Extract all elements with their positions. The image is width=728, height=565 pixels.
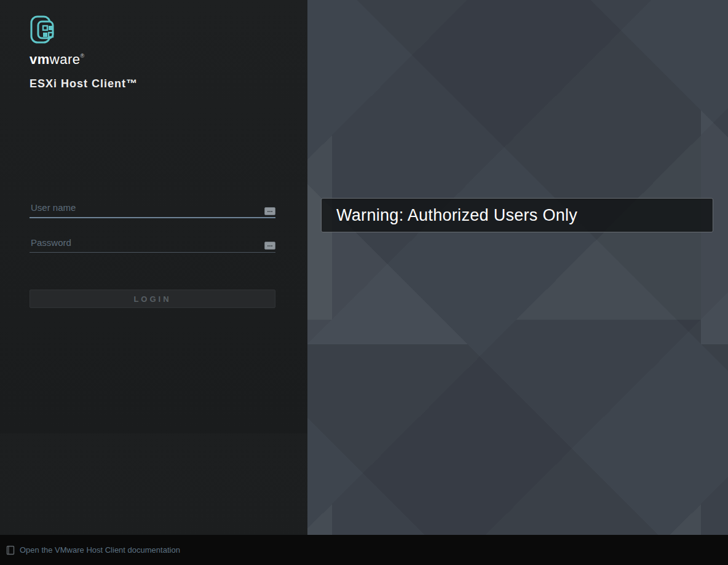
esxi-host-client-login-page: vmware® ESXi Host Client™ LOGIN Warning:	[0, 0, 728, 565]
login-button[interactable]: LOGIN	[30, 290, 275, 308]
keyboard-icon[interactable]	[264, 207, 275, 215]
footer-bar: Open the VMware Host Client documentatio…	[0, 535, 728, 565]
login-panel: vmware® ESXi Host Client™ LOGIN	[0, 0, 307, 535]
warning-banner: Warning: Authorized Users Only	[321, 198, 713, 232]
host-client-logo-icon	[30, 15, 63, 45]
password-field-row	[30, 234, 275, 253]
login-form: LOGIN	[30, 199, 275, 308]
documentation-link[interactable]: Open the VMware Host Client documentatio…	[20, 545, 180, 555]
panel-footer-shade	[0, 433, 307, 535]
vmware-logo: vmware®	[30, 53, 138, 66]
document-icon	[6, 545, 15, 555]
vmware-logo-registered-mark: ®	[80, 53, 84, 59]
vmware-logo-bold: vm	[30, 52, 50, 67]
username-field-row	[30, 199, 275, 218]
background-pattern-panel: Warning: Authorized Users Only	[307, 0, 728, 535]
vmware-logo-light: ware	[50, 52, 81, 67]
keyboard-icon[interactable]	[264, 242, 275, 250]
product-title: ESXi Host Client™	[30, 77, 138, 90]
brand-block: vmware® ESXi Host Client™	[30, 15, 138, 90]
password-input[interactable]	[30, 234, 275, 253]
username-input[interactable]	[30, 199, 275, 218]
